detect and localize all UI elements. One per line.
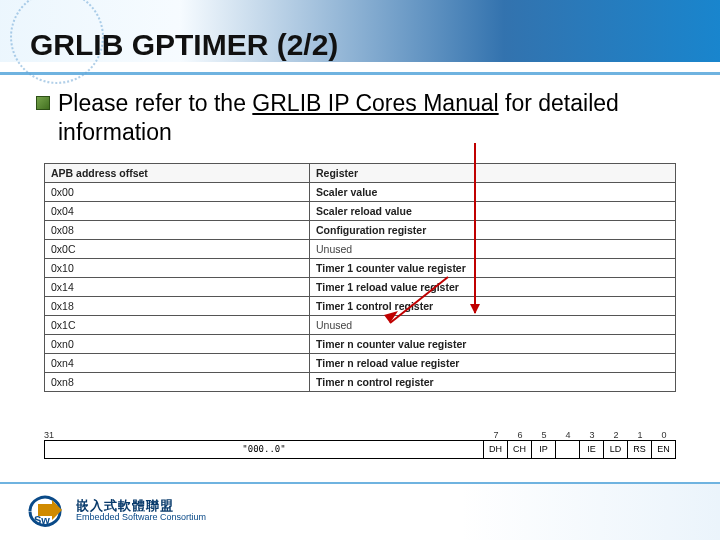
cell-offset: 0xn8 bbox=[45, 372, 310, 391]
bitfield-cell-rs: RS bbox=[628, 440, 652, 458]
bit-number: 5 bbox=[532, 430, 556, 440]
bullet-item: Please refer to the GRLIB IP Cores Manua… bbox=[36, 89, 684, 147]
logo-text-en: Embedded Software Consortium bbox=[76, 513, 206, 522]
cell-offset: 0x00 bbox=[45, 182, 310, 201]
bit-number: 7 bbox=[484, 430, 508, 440]
cell-offset: 0x04 bbox=[45, 201, 310, 220]
table-row: 0x18Timer 1 control register bbox=[45, 296, 676, 315]
bitfield-table: "000..0"DHCHIPIELDRSEN bbox=[44, 440, 676, 459]
register-table: APB address offset Register 0x00Scaler v… bbox=[44, 163, 676, 392]
cell-offset: 0xn4 bbox=[45, 353, 310, 372]
bullet-link[interactable]: GRLIB IP Cores Manual bbox=[252, 90, 498, 116]
cell-offset: 0xn0 bbox=[45, 334, 310, 353]
table-row: 0xn8Timer n control register bbox=[45, 372, 676, 391]
svg-marker-1 bbox=[384, 311, 398, 323]
cell-register: Timer n counter value register bbox=[310, 334, 676, 353]
cell-register: Timer n reload value register bbox=[310, 353, 676, 372]
cell-register: Scaler value bbox=[310, 182, 676, 201]
bit-number: 4 bbox=[556, 430, 580, 440]
cell-register: Timer n control register bbox=[310, 372, 676, 391]
logo-text-zh: 嵌入式軟體聯盟 bbox=[76, 499, 206, 513]
cell-register: Timer 1 counter value register bbox=[310, 258, 676, 277]
cell-register: Configuration register bbox=[310, 220, 676, 239]
bitfield-cell-en: EN bbox=[652, 440, 676, 458]
footer-divider bbox=[0, 482, 720, 484]
cell-offset: 0x14 bbox=[45, 277, 310, 296]
col-header-offset: APB address offset bbox=[45, 163, 310, 182]
cell-register: Unused bbox=[310, 239, 676, 258]
bullet-text-before: Please refer to the bbox=[58, 90, 252, 116]
table-row: 0x1CUnused bbox=[45, 315, 676, 334]
cell-offset: 0x18 bbox=[45, 296, 310, 315]
bit-number-msb: 31 bbox=[44, 430, 484, 440]
table-row: 0x14Timer 1 reload value register bbox=[45, 277, 676, 296]
bit-number: 2 bbox=[604, 430, 628, 440]
bitfield-cell-ie: IE bbox=[580, 440, 604, 458]
footer: Sw 嵌入式軟體聯盟 Embedded Software Consortium bbox=[0, 482, 720, 540]
bit-number: 6 bbox=[508, 430, 532, 440]
bit-number: 3 bbox=[580, 430, 604, 440]
bullet-icon bbox=[36, 96, 50, 110]
cell-register: Timer 1 reload value register bbox=[310, 277, 676, 296]
register-table-wrap: APB address offset Register 0x00Scaler v… bbox=[44, 163, 676, 392]
table-row: 0xn0Timer n counter value register bbox=[45, 334, 676, 353]
arrow-diagonal bbox=[380, 273, 460, 335]
bitfield-cell-ch: CH bbox=[508, 440, 532, 458]
cell-offset: 0x10 bbox=[45, 258, 310, 277]
bit-number: 0 bbox=[652, 430, 676, 440]
logo-text: 嵌入式軟體聯盟 Embedded Software Consortium bbox=[76, 499, 206, 522]
table-row: 0x08Configuration register bbox=[45, 220, 676, 239]
logo-mark: Sw bbox=[28, 494, 68, 528]
bitfield-diagram: 31 76543210 "000..0"DHCHIPIELDRSEN bbox=[44, 430, 676, 459]
cell-register: Timer 1 control register bbox=[310, 296, 676, 315]
cell-register: Scaler reload value bbox=[310, 201, 676, 220]
bitfield-reserved: "000..0" bbox=[45, 440, 484, 458]
svg-line-0 bbox=[390, 277, 448, 323]
content-area: Please refer to the GRLIB IP Cores Manua… bbox=[0, 75, 720, 459]
cell-offset: 0x1C bbox=[45, 315, 310, 334]
bitfield-cell-ip: IP bbox=[532, 440, 556, 458]
slide-title: GRLIB GPTIMER (2/2) bbox=[0, 0, 720, 68]
table-row: 0x04Scaler reload value bbox=[45, 201, 676, 220]
bitfield-cell-ld: LD bbox=[604, 440, 628, 458]
bitfield-cell-empty bbox=[556, 440, 580, 458]
bit-number: 1 bbox=[628, 430, 652, 440]
cell-offset: 0x08 bbox=[45, 220, 310, 239]
bullet-text: Please refer to the GRLIB IP Cores Manua… bbox=[58, 89, 684, 147]
table-row: 0x10Timer 1 counter value register bbox=[45, 258, 676, 277]
bitfield-cell-dh: DH bbox=[484, 440, 508, 458]
cell-register: Unused bbox=[310, 315, 676, 334]
table-row: 0xn4Timer n reload value register bbox=[45, 353, 676, 372]
svg-text:Sw: Sw bbox=[34, 514, 50, 526]
footer-logo: Sw 嵌入式軟體聯盟 Embedded Software Consortium bbox=[28, 494, 206, 528]
table-row: 0x00Scaler value bbox=[45, 182, 676, 201]
table-row: 0x0CUnused bbox=[45, 239, 676, 258]
cell-offset: 0x0C bbox=[45, 239, 310, 258]
col-header-register: Register bbox=[310, 163, 676, 182]
